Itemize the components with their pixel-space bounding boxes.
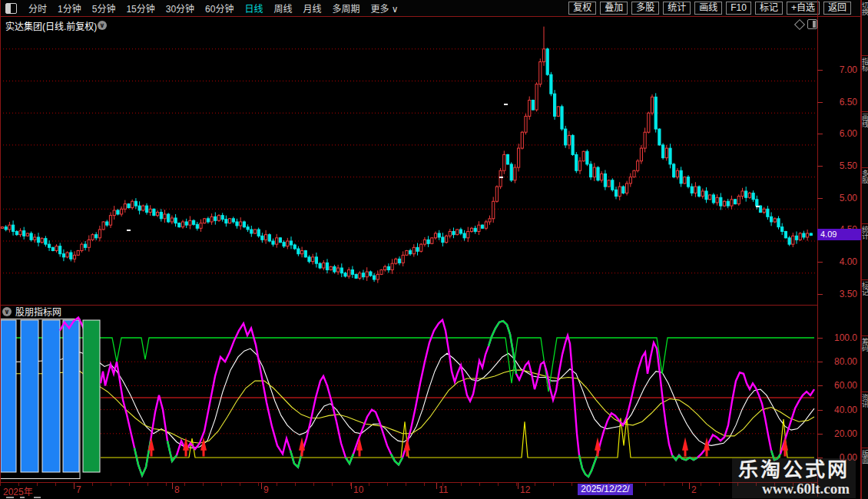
candle-body [518,148,520,167]
more-periods-button[interactable]: 更多 ∨ [371,2,399,15]
right-strip-item[interactable]: 画线 [862,112,868,168]
candle-body [261,236,263,240]
right-strip-item[interactable]: 资讯 [862,392,868,448]
right-strip-item[interactable]: 版面 [862,448,868,499]
axis-tick [817,134,823,134]
toolbar-button-叠加[interactable]: 叠加 [600,2,628,15]
indicator-dropdown-icon[interactable]: ∨ [2,307,12,316]
price-tick-label: 6.50 [819,97,857,107]
candle-body [308,257,310,262]
candle-body [662,145,664,158]
candle-body [709,195,711,200]
candle-body [810,233,812,236]
axis-tick [817,198,823,199]
period-tab-多周期[interactable]: 多周期 [333,4,360,15]
candle-body [434,233,436,238]
candle-body [243,222,245,227]
candle-body [204,219,206,223]
magenta-green-segment [134,441,151,475]
candle-body [236,222,238,226]
candle-body [449,231,451,236]
toolbar-button-画线[interactable]: 画线 [694,2,722,15]
candle-body [229,219,231,223]
magenta-green-segment [167,441,177,461]
candle-body [59,246,61,254]
candle-body [362,273,364,277]
toolbar-button-+自选[interactable]: +自选 [787,2,820,15]
candle-body [351,270,353,275]
candle-body [687,177,689,187]
candle-body [756,200,758,206]
candle-body [15,231,18,234]
buy-arrow-icon [704,437,710,456]
period-tab-月线[interactable]: 月线 [303,4,322,15]
period-tab-周线[interactable]: 周线 [273,4,292,15]
toolbar-button-F10[interactable]: F10 [726,2,751,15]
trading-app-window: 分时1分钟5分钟15分钟30分钟60分钟日线周线月线多周期 更多 ∨ 复权叠加多… [0,0,868,499]
toolbar-button-标记[interactable]: 标记 [755,2,783,15]
candle-body [701,191,704,197]
candle-body [37,237,39,243]
candle-body [525,116,527,132]
toolbar-button-统计[interactable]: 统计 [663,2,691,15]
right-strip-item[interactable]: 标记 [862,280,868,336]
period-tab-60分钟[interactable]: 60分钟 [205,4,234,15]
candle-body [406,251,408,256]
date-axis[interactable]: 2025年 2025/12/22/一 7891011122 [0,482,817,497]
candle-body [510,164,512,180]
candle-body [250,230,253,233]
candle-body [770,216,773,222]
candle-body [77,251,79,256]
candle-body [200,223,202,229]
candle-body [705,191,707,200]
buy-arrow-icon [682,437,688,456]
candle-body [792,236,794,244]
candle-body [452,231,455,234]
candlestick-chart[interactable] [0,21,817,306]
period-tab-1分钟[interactable]: 1分钟 [58,4,81,15]
period-tab-5分钟[interactable]: 5分钟 [92,4,116,15]
candle-body [492,201,495,219]
candle-body [767,209,769,216]
candle-body [416,247,419,251]
axis-tick [817,294,823,295]
indicator-title[interactable]: 股朋指标网 [15,305,61,318]
candle-body [319,263,321,268]
candle-body [499,170,502,187]
period-tab-30分钟[interactable]: 30分钟 [166,4,194,15]
candle-body [478,225,480,231]
candle-body [521,132,523,148]
candle-body [506,154,509,164]
indicator-chart[interactable] [0,306,817,483]
candle-body [446,236,448,242]
toolbar-button-多股[interactable]: 多股 [631,2,659,15]
period-tab-日线[interactable]: 日线 [244,4,263,15]
candle-body [582,151,585,161]
right-strip-item[interactable]: 筹码 [862,336,868,392]
right-strip-item[interactable]: 切换 [862,0,868,56]
toolbar-button-复权[interactable]: 复权 [568,2,596,15]
right-strip-item[interactable]: 多股 [862,168,868,224]
candle-body [232,219,234,222]
candle-body [214,216,217,220]
candle-body [30,233,32,240]
candle-body [174,218,177,223]
period-tab-分时[interactable]: 分时 [28,4,47,15]
candle-body [366,272,368,277]
period-tab-15分钟[interactable]: 15分钟 [126,4,154,15]
candle-body [315,257,317,263]
candle-body [181,222,184,227]
candle-body [637,161,639,171]
toolbar-button-返回[interactable]: 返回 [823,2,851,15]
candle-body [145,206,147,212]
indicator-tick-label: 80.00 [819,356,857,367]
candle-body [102,222,104,230]
axis-tick [817,434,823,435]
right-strip-item[interactable]: 统计 [862,224,868,280]
price-tick-label: 5.00 [819,193,857,203]
right-sidebar-strip[interactable]: 切换指标画线多股统计标记筹码资讯版面 [861,0,868,499]
right-strip-item[interactable]: 指标 [862,56,868,112]
layout-toggle-icon[interactable] [5,3,17,14]
candle-body [795,236,797,240]
candle-body [554,94,556,116]
